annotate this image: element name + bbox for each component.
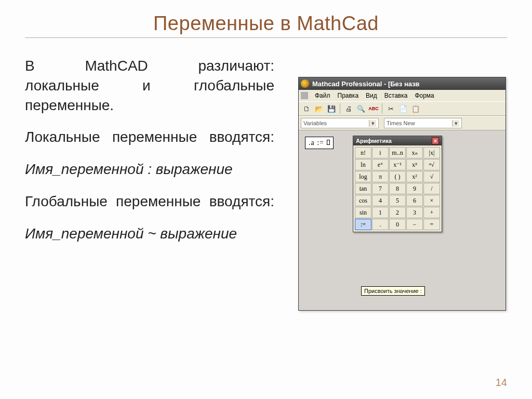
pbtn-plus[interactable]: + [423, 207, 440, 218]
palette-titlebar[interactable]: Арифметика × [353, 136, 442, 145]
p3: Имя_переменной : выражение [25, 159, 274, 179]
pbtn-range[interactable]: m..n [389, 147, 406, 158]
pbtn-minus[interactable]: − [406, 219, 423, 230]
pbtn-inverse[interactable]: x⁻¹ [389, 159, 406, 170]
pbtn-6[interactable]: 6 [406, 195, 423, 206]
pbtn-i[interactable]: i [372, 147, 389, 158]
font-combo[interactable]: Times New ▾ [384, 118, 462, 128]
copy-icon[interactable]: 📄 [397, 103, 409, 114]
pbtn-nroot[interactable]: ⁿ√ [423, 159, 440, 170]
math-prefix: .a := [309, 139, 324, 147]
slide-title: Переменные в MathCad [0, 12, 532, 35]
arithmetic-palette[interactable]: Арифметика × n! i m..n xₙ |x| ln eˣ x⁻¹ … [353, 136, 442, 232]
pbtn-dot[interactable]: . [372, 219, 389, 230]
app-window: Mathcad Professional - [Без назв Файл Пр… [298, 77, 506, 311]
pbtn-abs[interactable]: |x| [423, 147, 440, 158]
workspace[interactable]: .a := Арифметика × n! i m..n xₙ |x| ln e… [299, 130, 506, 310]
style-combo[interactable]: Variables ▾ [301, 118, 379, 128]
titlebar[interactable]: Mathcad Professional - [Без назв [299, 77, 506, 90]
menu-view[interactable]: Вид [362, 91, 381, 100]
placeholder-icon[interactable] [327, 140, 330, 145]
separator [340, 103, 340, 114]
window-title: Mathcad Professional - [Без назв [312, 80, 420, 88]
pbtn-9[interactable]: 9 [406, 183, 423, 194]
pbtn-power[interactable]: xʸ [406, 159, 423, 170]
pbtn-4[interactable]: 4 [372, 195, 389, 206]
paste-icon[interactable]: 📋 [410, 103, 421, 114]
font-combo-value: Times New [387, 120, 415, 126]
pbtn-eq[interactable]: = [423, 219, 440, 230]
pbtn-5[interactable]: 5 [389, 195, 406, 206]
control-menu-icon[interactable] [301, 92, 308, 99]
pbtn-tan[interactable]: tan [355, 183, 371, 194]
palette-title-text: Арифметика [356, 138, 392, 144]
pbtn-ln[interactable]: ln [355, 159, 371, 170]
toolbar-format: Variables ▾ Times New ▾ [299, 116, 506, 130]
pbtn-sqrt[interactable]: √ [423, 171, 440, 182]
pbtn-ex[interactable]: eˣ [372, 159, 389, 170]
open-icon[interactable]: 📂 [313, 103, 325, 114]
pbtn-subscript[interactable]: xₙ [406, 147, 423, 158]
app-icon [301, 79, 309, 88]
math-region[interactable]: .a := [305, 137, 334, 149]
divider [25, 37, 507, 38]
pbtn-parens[interactable]: ( ) [389, 171, 406, 182]
chevron-down-icon: ▾ [452, 120, 459, 127]
menubar: Файл Правка Вид Вставка Форма [299, 90, 506, 101]
p1a: В MathCAD различают: [25, 58, 274, 74]
pbtn-pi[interactable]: π [372, 171, 389, 182]
pbtn-div[interactable]: / [423, 183, 440, 194]
close-icon[interactable]: × [432, 137, 439, 144]
pbtn-0[interactable]: 0 [389, 219, 406, 230]
pbtn-3[interactable]: 3 [406, 207, 423, 218]
cut-icon[interactable]: ✂ [385, 103, 396, 114]
pbtn-factorial[interactable]: n! [355, 147, 371, 158]
page-number: 14 [496, 377, 507, 389]
pbtn-log[interactable]: log [355, 171, 371, 182]
pbtn-assign[interactable]: := [355, 219, 371, 230]
p1b: локальные и глобальные переменные. [25, 77, 274, 113]
pbtn-8[interactable]: 8 [389, 183, 406, 194]
spell-icon[interactable]: ABC [368, 103, 379, 114]
pbtn-square[interactable]: x² [406, 171, 423, 182]
pbtn-sin[interactable]: sin [355, 207, 371, 218]
palette-grid: n! i m..n xₙ |x| ln eˣ x⁻¹ xʸ ⁿ√ log π (… [353, 145, 442, 232]
p4: Глобальные переменные вводятся: [25, 192, 274, 211]
menu-edit[interactable]: Правка [334, 91, 363, 100]
p2: Локальные переменные вводятся: [25, 127, 274, 147]
menu-insert[interactable]: Вставка [381, 91, 411, 100]
preview-icon[interactable]: 🔍 [355, 103, 367, 114]
menu-file[interactable]: Файл [311, 91, 334, 100]
toolbar-main: 🗋 📂 💾 🖨 🔍 ABC ✂ 📄 📋 [299, 101, 506, 116]
slide-body: В MathCAD различают: локальные и глобаль… [25, 56, 274, 256]
new-icon[interactable]: 🗋 [301, 103, 312, 114]
pbtn-cos[interactable]: cos [355, 195, 371, 206]
separator [382, 103, 382, 114]
print-icon[interactable]: 🖨 [343, 103, 354, 114]
tooltip: Присвоить значение : [361, 286, 425, 296]
pbtn-1[interactable]: 1 [372, 207, 389, 218]
pbtn-mul[interactable]: × [423, 195, 440, 206]
pbtn-7[interactable]: 7 [372, 183, 389, 194]
chevron-down-icon: ▾ [369, 120, 376, 127]
style-combo-value: Variables [303, 120, 327, 126]
p5: Имя_переменной ~ выражение [25, 224, 274, 244]
pbtn-2[interactable]: 2 [389, 207, 406, 218]
menu-format[interactable]: Форма [411, 91, 437, 100]
save-icon[interactable]: 💾 [326, 103, 337, 114]
